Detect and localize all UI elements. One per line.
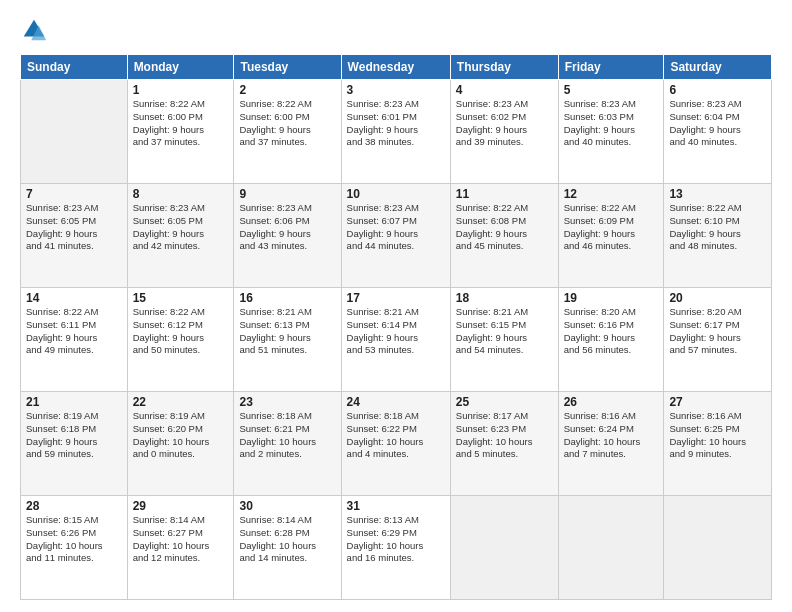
- calendar-week-row: 21Sunrise: 8:19 AMSunset: 6:18 PMDayligh…: [21, 392, 772, 496]
- day-number: 19: [564, 291, 659, 305]
- calendar-cell: 16Sunrise: 8:21 AMSunset: 6:13 PMDayligh…: [234, 288, 341, 392]
- day-info: Sunrise: 8:21 AMSunset: 6:13 PMDaylight:…: [239, 306, 335, 357]
- day-number: 21: [26, 395, 122, 409]
- calendar-cell: 18Sunrise: 8:21 AMSunset: 6:15 PMDayligh…: [450, 288, 558, 392]
- day-number: 29: [133, 499, 229, 513]
- logo-icon: [20, 16, 48, 44]
- day-info: Sunrise: 8:22 AMSunset: 6:09 PMDaylight:…: [564, 202, 659, 253]
- header: [20, 16, 772, 44]
- day-number: 24: [347, 395, 445, 409]
- day-info: Sunrise: 8:20 AMSunset: 6:17 PMDaylight:…: [669, 306, 766, 357]
- calendar-cell: 2Sunrise: 8:22 AMSunset: 6:00 PMDaylight…: [234, 80, 341, 184]
- calendar-cell: [450, 496, 558, 600]
- day-number: 4: [456, 83, 553, 97]
- weekday-header-row: SundayMondayTuesdayWednesdayThursdayFrid…: [21, 55, 772, 80]
- weekday-header-friday: Friday: [558, 55, 664, 80]
- calendar-cell: [664, 496, 772, 600]
- day-number: 14: [26, 291, 122, 305]
- day-number: 8: [133, 187, 229, 201]
- day-info: Sunrise: 8:15 AMSunset: 6:26 PMDaylight:…: [26, 514, 122, 565]
- calendar-week-row: 28Sunrise: 8:15 AMSunset: 6:26 PMDayligh…: [21, 496, 772, 600]
- calendar-cell: 8Sunrise: 8:23 AMSunset: 6:05 PMDaylight…: [127, 184, 234, 288]
- day-number: 6: [669, 83, 766, 97]
- day-info: Sunrise: 8:23 AMSunset: 6:03 PMDaylight:…: [564, 98, 659, 149]
- calendar-cell: 6Sunrise: 8:23 AMSunset: 6:04 PMDaylight…: [664, 80, 772, 184]
- day-number: 15: [133, 291, 229, 305]
- day-number: 28: [26, 499, 122, 513]
- day-number: 20: [669, 291, 766, 305]
- day-number: 17: [347, 291, 445, 305]
- weekday-header-sunday: Sunday: [21, 55, 128, 80]
- calendar-cell: 1Sunrise: 8:22 AMSunset: 6:00 PMDaylight…: [127, 80, 234, 184]
- day-info: Sunrise: 8:22 AMSunset: 6:12 PMDaylight:…: [133, 306, 229, 357]
- calendar-cell: 26Sunrise: 8:16 AMSunset: 6:24 PMDayligh…: [558, 392, 664, 496]
- logo: [20, 16, 52, 44]
- calendar-cell: 17Sunrise: 8:21 AMSunset: 6:14 PMDayligh…: [341, 288, 450, 392]
- day-info: Sunrise: 8:23 AMSunset: 6:05 PMDaylight:…: [133, 202, 229, 253]
- day-info: Sunrise: 8:21 AMSunset: 6:14 PMDaylight:…: [347, 306, 445, 357]
- day-number: 16: [239, 291, 335, 305]
- day-info: Sunrise: 8:22 AMSunset: 6:00 PMDaylight:…: [133, 98, 229, 149]
- calendar-week-row: 7Sunrise: 8:23 AMSunset: 6:05 PMDaylight…: [21, 184, 772, 288]
- weekday-header-saturday: Saturday: [664, 55, 772, 80]
- weekday-header-monday: Monday: [127, 55, 234, 80]
- day-info: Sunrise: 8:23 AMSunset: 6:02 PMDaylight:…: [456, 98, 553, 149]
- day-info: Sunrise: 8:21 AMSunset: 6:15 PMDaylight:…: [456, 306, 553, 357]
- day-number: 26: [564, 395, 659, 409]
- day-number: 1: [133, 83, 229, 97]
- day-number: 31: [347, 499, 445, 513]
- calendar-cell: 20Sunrise: 8:20 AMSunset: 6:17 PMDayligh…: [664, 288, 772, 392]
- calendar-cell: 14Sunrise: 8:22 AMSunset: 6:11 PMDayligh…: [21, 288, 128, 392]
- day-info: Sunrise: 8:16 AMSunset: 6:25 PMDaylight:…: [669, 410, 766, 461]
- day-info: Sunrise: 8:19 AMSunset: 6:18 PMDaylight:…: [26, 410, 122, 461]
- calendar-cell: [21, 80, 128, 184]
- calendar-week-row: 1Sunrise: 8:22 AMSunset: 6:00 PMDaylight…: [21, 80, 772, 184]
- day-info: Sunrise: 8:22 AMSunset: 6:00 PMDaylight:…: [239, 98, 335, 149]
- calendar-cell: 9Sunrise: 8:23 AMSunset: 6:06 PMDaylight…: [234, 184, 341, 288]
- calendar-table: SundayMondayTuesdayWednesdayThursdayFrid…: [20, 54, 772, 600]
- day-info: Sunrise: 8:14 AMSunset: 6:27 PMDaylight:…: [133, 514, 229, 565]
- day-number: 12: [564, 187, 659, 201]
- day-number: 27: [669, 395, 766, 409]
- calendar-cell: 13Sunrise: 8:22 AMSunset: 6:10 PMDayligh…: [664, 184, 772, 288]
- day-number: 11: [456, 187, 553, 201]
- day-info: Sunrise: 8:23 AMSunset: 6:05 PMDaylight:…: [26, 202, 122, 253]
- day-info: Sunrise: 8:16 AMSunset: 6:24 PMDaylight:…: [564, 410, 659, 461]
- calendar-cell: 25Sunrise: 8:17 AMSunset: 6:23 PMDayligh…: [450, 392, 558, 496]
- calendar-cell: 28Sunrise: 8:15 AMSunset: 6:26 PMDayligh…: [21, 496, 128, 600]
- calendar-cell: 10Sunrise: 8:23 AMSunset: 6:07 PMDayligh…: [341, 184, 450, 288]
- day-number: 9: [239, 187, 335, 201]
- day-info: Sunrise: 8:14 AMSunset: 6:28 PMDaylight:…: [239, 514, 335, 565]
- weekday-header-wednesday: Wednesday: [341, 55, 450, 80]
- day-number: 3: [347, 83, 445, 97]
- day-number: 7: [26, 187, 122, 201]
- calendar-cell: [558, 496, 664, 600]
- day-number: 22: [133, 395, 229, 409]
- calendar-cell: 15Sunrise: 8:22 AMSunset: 6:12 PMDayligh…: [127, 288, 234, 392]
- calendar-cell: 30Sunrise: 8:14 AMSunset: 6:28 PMDayligh…: [234, 496, 341, 600]
- day-number: 25: [456, 395, 553, 409]
- day-info: Sunrise: 8:19 AMSunset: 6:20 PMDaylight:…: [133, 410, 229, 461]
- calendar-cell: 7Sunrise: 8:23 AMSunset: 6:05 PMDaylight…: [21, 184, 128, 288]
- day-number: 30: [239, 499, 335, 513]
- calendar-cell: 12Sunrise: 8:22 AMSunset: 6:09 PMDayligh…: [558, 184, 664, 288]
- day-info: Sunrise: 8:22 AMSunset: 6:11 PMDaylight:…: [26, 306, 122, 357]
- day-info: Sunrise: 8:23 AMSunset: 6:06 PMDaylight:…: [239, 202, 335, 253]
- calendar-cell: 5Sunrise: 8:23 AMSunset: 6:03 PMDaylight…: [558, 80, 664, 184]
- day-number: 18: [456, 291, 553, 305]
- calendar-cell: 21Sunrise: 8:19 AMSunset: 6:18 PMDayligh…: [21, 392, 128, 496]
- calendar-cell: 23Sunrise: 8:18 AMSunset: 6:21 PMDayligh…: [234, 392, 341, 496]
- weekday-header-tuesday: Tuesday: [234, 55, 341, 80]
- calendar-cell: 31Sunrise: 8:13 AMSunset: 6:29 PMDayligh…: [341, 496, 450, 600]
- calendar-cell: 22Sunrise: 8:19 AMSunset: 6:20 PMDayligh…: [127, 392, 234, 496]
- day-info: Sunrise: 8:18 AMSunset: 6:21 PMDaylight:…: [239, 410, 335, 461]
- calendar-cell: 4Sunrise: 8:23 AMSunset: 6:02 PMDaylight…: [450, 80, 558, 184]
- day-info: Sunrise: 8:18 AMSunset: 6:22 PMDaylight:…: [347, 410, 445, 461]
- weekday-header-thursday: Thursday: [450, 55, 558, 80]
- calendar-cell: 29Sunrise: 8:14 AMSunset: 6:27 PMDayligh…: [127, 496, 234, 600]
- day-info: Sunrise: 8:13 AMSunset: 6:29 PMDaylight:…: [347, 514, 445, 565]
- day-number: 13: [669, 187, 766, 201]
- calendar-cell: 3Sunrise: 8:23 AMSunset: 6:01 PMDaylight…: [341, 80, 450, 184]
- day-info: Sunrise: 8:23 AMSunset: 6:01 PMDaylight:…: [347, 98, 445, 149]
- day-info: Sunrise: 8:17 AMSunset: 6:23 PMDaylight:…: [456, 410, 553, 461]
